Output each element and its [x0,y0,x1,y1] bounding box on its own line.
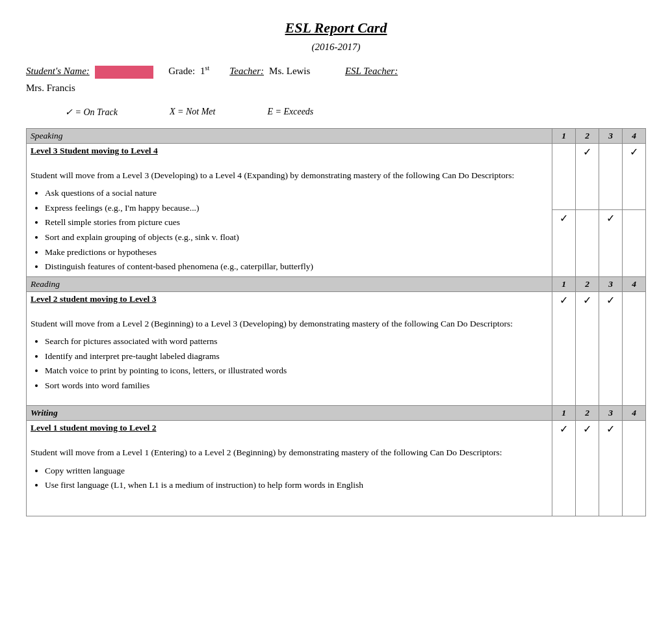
grade-label: Grade: [168,66,195,77]
year-label: (2016-2017) [26,42,646,53]
reading-bullet-3: Match voice to print by pointing to icon… [45,364,548,378]
writing-level-heading: Level 1 student moving to Level 2 [31,423,548,433]
col-2-header-reading: 2 [576,276,599,291]
col-4-header-reading: 4 [623,276,646,291]
reading-check-c3: ✓ [599,291,623,406]
col-2-header-speaking: 2 [576,129,599,144]
speaking-check-r1-c4: ✓ [623,144,646,210]
reading-check-c1: ✓ [552,291,576,406]
reading-check-c2: ✓ [576,291,599,406]
col-3-header-reading: 3 [599,276,623,291]
col-1-header-reading: 1 [552,276,576,291]
col-4-header-writing: 4 [623,406,646,421]
legend-row: ✓ = On Track X = Not Met E = Exceeds [65,107,646,118]
speaking-bullet-6: Distinguish features of content-based ph… [45,260,548,274]
writing-check-c2: ✓ [576,421,599,516]
writing-check-c3: ✓ [599,421,623,516]
writing-bullet-2: Use first language (L1, when L1 is a med… [45,478,548,492]
grade-value: 1st [200,64,209,77]
writing-bullets: Copy written language Use first language… [45,464,548,492]
student-name-redacted [95,66,153,79]
teacher-label: Teacher: [229,66,264,77]
speaking-bullet-5: Make predictions or hypotheses [45,245,548,260]
legend-not-met: X = Not Met [170,107,216,118]
legend-exceeds: E = Exceeds [267,107,313,118]
speaking-content: Level 3 Student moving to Level 4 Studen… [27,144,552,277]
reading-bullet-2: Identify and interpret pre-taught labele… [45,349,548,364]
legend-on-track: ✓ = On Track [65,107,118,118]
speaking-description: Student will move from a Level 3 (Develo… [31,169,548,182]
speaking-check-r1-c2: ✓ [576,144,599,210]
writing-header-row: Writing 1 2 3 4 [27,406,646,421]
reading-description: Student will move from a Level 2 (Beginn… [31,317,548,330]
speaking-check-r2-c2 [576,210,599,276]
writing-content: Level 1 student moving to Level 2 Studen… [27,421,552,516]
page-title: ESL Report Card [26,20,646,36]
speaking-bullet-2: Express feelings (e.g., I'm happy becaus… [45,201,548,215]
col-2-header-writing: 2 [576,406,599,421]
col-3-header-speaking: 3 [599,129,623,144]
reading-content: Level 2 student moving to Level 3 Studen… [27,291,552,406]
speaking-check-r1-c3 [599,144,623,210]
speaking-bullets: Ask questions of a social nature Express… [45,186,548,274]
esl-teacher-label: ESL Teacher: [345,66,398,77]
writing-description: Student will move from a Level 1 (Enteri… [31,446,548,459]
teacher-name: Ms. Lewis [269,66,310,77]
reading-header-row: Reading 1 2 3 4 [27,276,646,291]
speaking-check-r2-c3: ✓ [599,210,623,276]
col-3-header-writing: 3 [599,406,623,421]
speaking-bullet-4: Sort and explain grouping of objects (e.… [45,230,548,245]
speaking-check-r2-c4 [623,210,646,276]
speaking-content-row: Level 3 Student moving to Level 4 Studen… [27,144,646,210]
reading-header: Reading [27,276,552,291]
writing-content-row: Level 1 student moving to Level 2 Studen… [27,421,646,516]
reading-content-row: Level 2 student moving to Level 3 Studen… [27,291,646,406]
reading-bullet-1: Search for pictures associated with word… [45,334,548,349]
reading-check-c4 [623,291,646,406]
writing-check-c1: ✓ [552,421,576,516]
speaking-header: Speaking [27,129,552,144]
reading-bullets: Search for pictures associated with word… [45,334,548,392]
speaking-check-r2-c1: ✓ [552,210,576,276]
speaking-bullet-1: Ask questions of a social nature [45,186,548,200]
speaking-header-row: Speaking 1 2 3 4 [27,129,646,144]
col-1-header-writing: 1 [552,406,576,421]
reading-bullet-4: Sort words into word families [45,379,548,393]
speaking-check-r1-c1 [552,144,576,210]
writing-header: Writing [27,406,552,421]
report-table: Speaking 1 2 3 4 Level 3 Student moving … [26,128,646,516]
reading-level-heading: Level 2 student moving to Level 3 [31,294,548,304]
writing-check-c4 [623,421,646,516]
col-1-header-speaking: 1 [552,129,576,144]
header-row: Student's Name: Grade: 1st Teacher: Ms. … [26,64,646,79]
student-name-label: Student's Name: [26,66,90,77]
esl-teacher-name-line: Mrs. Francis [26,83,646,94]
writing-bullet-1: Copy written language [45,464,548,478]
speaking-level-heading: Level 3 Student moving to Level 4 [31,146,548,156]
col-4-header-speaking: 4 [623,129,646,144]
speaking-bullet-3: Retell simple stories from picture cues [45,215,548,230]
